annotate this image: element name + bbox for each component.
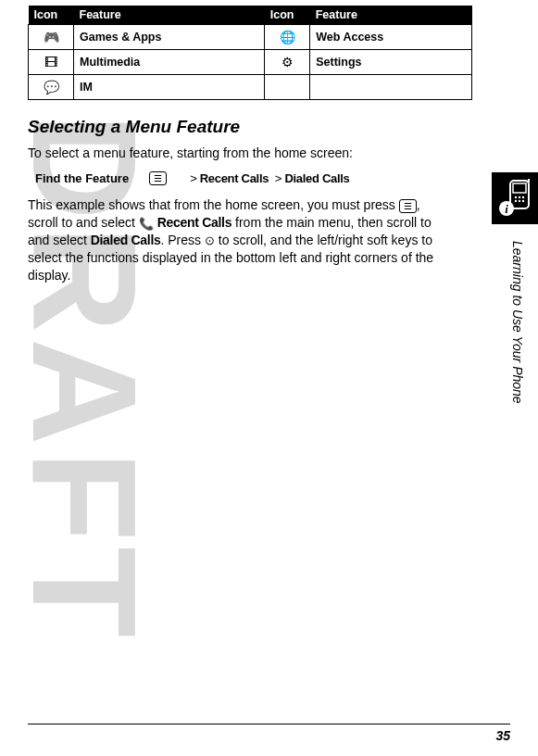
svg-point-3: [515, 196, 517, 198]
find-feature-row: Find the Feature ☰ >Recent Calls >Dialed…: [35, 171, 510, 185]
side-chapter-text: Learning to Use Your Phone: [510, 241, 525, 404]
svg-point-4: [519, 196, 520, 198]
recent-calls-label: Recent Calls: [157, 215, 231, 230]
th-icon-2: Icon: [265, 6, 310, 25]
body-text: This example shows that from the home sc…: [28, 197, 399, 212]
th-feature-1: Feature: [74, 6, 265, 25]
svg-point-7: [519, 200, 520, 202]
body-paragraph: This example shows that from the home sc…: [28, 196, 454, 284]
table-row: 🎞 Multimedia ⚙ Settings: [29, 50, 472, 75]
page-number: 35: [495, 728, 510, 743]
feature-cell: IM: [74, 75, 265, 100]
recent-calls-icon: 📞: [139, 216, 154, 230]
feature-cell: Settings: [310, 50, 472, 75]
im-icon: 💬: [44, 81, 59, 94]
body-text: . Press: [160, 233, 204, 247]
svg-point-6: [515, 200, 517, 202]
svg-rect-1: [513, 183, 526, 193]
path-sep: >: [275, 171, 282, 185]
table-row: 💬 IM: [29, 75, 472, 100]
menu-key-icon: ☰: [149, 171, 167, 185]
footer-rule: [28, 724, 510, 724]
th-icon-1: Icon: [29, 6, 74, 25]
path-sep: >: [190, 171, 197, 185]
feature-table: Icon Feature Icon Feature 🎮 Games & Apps…: [28, 6, 472, 100]
dialed-calls-label: Dialed Calls: [91, 233, 161, 247]
th-feature-2: Feature: [310, 6, 472, 25]
side-chapter-label: Learning to Use Your Phone: [508, 241, 529, 519]
intro-text: To select a menu feature, starting from …: [28, 145, 454, 162]
feature-cell: [310, 75, 472, 100]
multimedia-icon: 🎞: [44, 56, 57, 69]
path-dialed-calls: Dialed Calls: [284, 171, 349, 185]
find-path: >Recent Calls >Dialed Calls: [187, 171, 349, 185]
settings-icon: ⚙: [282, 56, 294, 69]
section-title: Selecting a Menu Feature: [28, 117, 510, 137]
games-apps-icon: 🎮: [44, 31, 59, 44]
web-access-icon: 🌐: [280, 31, 295, 44]
menu-key-icon: ☰: [399, 199, 417, 213]
find-label: Find the Feature: [35, 171, 129, 185]
path-recent-calls: Recent Calls: [200, 171, 269, 185]
svg-point-8: [522, 200, 524, 202]
svg-point-5: [522, 196, 524, 198]
feature-cell: Multimedia: [74, 50, 265, 75]
table-row: 🎮 Games & Apps 🌐 Web Access: [29, 25, 472, 50]
nav-key-icon: ⊙: [205, 233, 215, 249]
feature-cell: Web Access: [310, 25, 472, 50]
feature-cell: Games & Apps: [74, 25, 265, 50]
